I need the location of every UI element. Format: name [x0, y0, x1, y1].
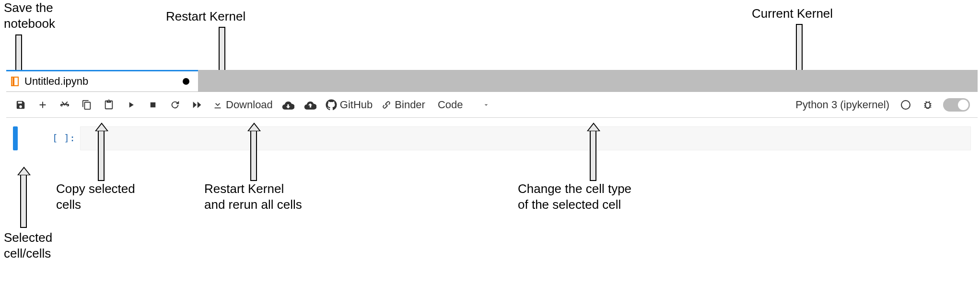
cell-area: [ ]: — [6, 118, 978, 150]
annotation-restart-rerun: Restart Kernel and rerun all cells — [204, 181, 302, 212]
download-icon — [212, 100, 223, 110]
cell-selection-marker — [13, 126, 18, 150]
annotation-save-notebook: Save the notebook — [4, 0, 55, 31]
toggle-switch-icon — [943, 98, 970, 112]
save-icon — [15, 100, 26, 110]
restart-run-all-button[interactable] — [187, 95, 207, 114]
copy-icon — [82, 100, 92, 110]
fast-forward-icon — [191, 100, 203, 110]
scissors-icon — [59, 100, 70, 110]
binder-label: Binder — [395, 99, 425, 111]
arrow-selected-cell — [17, 167, 30, 228]
debugger-toggle[interactable] — [940, 95, 973, 114]
cell-input[interactable] — [80, 126, 971, 150]
github-button[interactable]: GitHub — [323, 95, 375, 114]
annotation-cell-type: Change the cell type of the selected cel… — [518, 181, 631, 212]
arrow-copy — [95, 123, 107, 181]
toolbar: Download GitHub Binder Code Python 3 (ip… — [6, 92, 978, 118]
link-icon — [381, 100, 392, 110]
restart-kernel-button[interactable] — [165, 95, 185, 114]
cloud-download-button[interactable] — [279, 95, 298, 114]
cloud-download-icon — [282, 100, 294, 110]
cloud-upload-icon — [304, 100, 316, 110]
svg-rect-2 — [151, 102, 156, 107]
download-label: Download — [226, 99, 273, 111]
annotation-selected-cells: Selected cell/cells — [4, 230, 52, 261]
cut-cells-button[interactable] — [55, 95, 74, 114]
kernel-status[interactable] — [896, 95, 915, 114]
notebook-area: Untitled.ipynb — [6, 70, 978, 150]
restart-icon — [170, 100, 180, 110]
run-cell-button[interactable] — [121, 95, 140, 114]
interrupt-kernel-button[interactable] — [143, 95, 163, 114]
stop-icon — [149, 101, 157, 109]
clipboard-icon — [104, 100, 114, 110]
insert-cell-button[interactable] — [33, 95, 52, 114]
arrow-cell-type — [587, 123, 599, 181]
annotation-current-kernel: Current Kernel — [752, 6, 833, 22]
annotation-copy-cells: Copy selected cells — [56, 181, 135, 212]
download-button[interactable]: Download — [210, 95, 276, 114]
code-cell[interactable]: [ ]: — [13, 126, 971, 150]
bug-icon — [922, 100, 933, 110]
tab-untitled[interactable]: Untitled.ipynb — [6, 70, 198, 91]
arrow-restart-rerun — [247, 123, 260, 181]
kernel-idle-icon — [901, 100, 910, 110]
save-button[interactable] — [11, 95, 30, 114]
binder-button[interactable]: Binder — [378, 95, 428, 114]
copy-cells-button[interactable] — [77, 95, 96, 114]
debugger-button[interactable] — [918, 95, 937, 114]
annotation-restart-kernel: Restart Kernel — [166, 9, 245, 24]
cell-type-select[interactable]: Code — [431, 95, 497, 114]
cloud-upload-button[interactable] — [301, 95, 320, 114]
play-icon — [126, 100, 136, 110]
github-label: GitHub — [340, 99, 373, 111]
paste-cells-button[interactable] — [99, 95, 118, 114]
plus-icon — [37, 100, 48, 110]
unsaved-indicator-icon — [183, 78, 189, 85]
chevron-down-icon — [482, 101, 490, 109]
svg-rect-1 — [12, 78, 14, 85]
cell-prompt: [ ]: — [42, 126, 80, 150]
kernel-name[interactable]: Python 3 (ipykernel) — [792, 99, 893, 111]
tab-bar: Untitled.ipynb — [6, 70, 978, 92]
notebook-file-icon — [11, 77, 20, 86]
github-icon — [326, 99, 337, 111]
cell-type-value: Code — [438, 99, 463, 111]
tab-title: Untitled.ipynb — [24, 75, 178, 88]
